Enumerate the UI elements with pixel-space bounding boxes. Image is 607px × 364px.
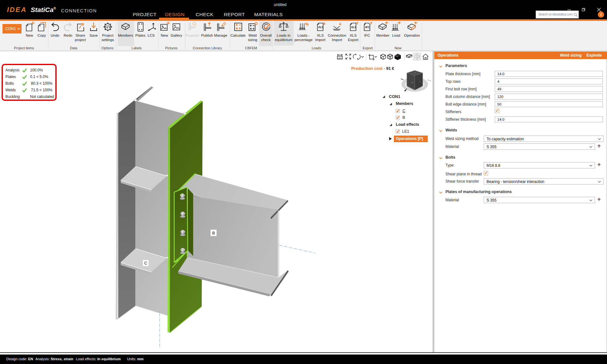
svg-text:-X: -X	[419, 81, 420, 82]
svg-text:IFC: IFC	[365, 26, 370, 29]
svg-text:XLS: XLS	[318, 26, 324, 29]
svg-text:%: %	[305, 22, 309, 27]
svg-text:+Y: +Y	[411, 82, 414, 83]
svg-text:XLS: XLS	[351, 26, 357, 29]
svg-text:+Z: +Z	[414, 72, 416, 74]
